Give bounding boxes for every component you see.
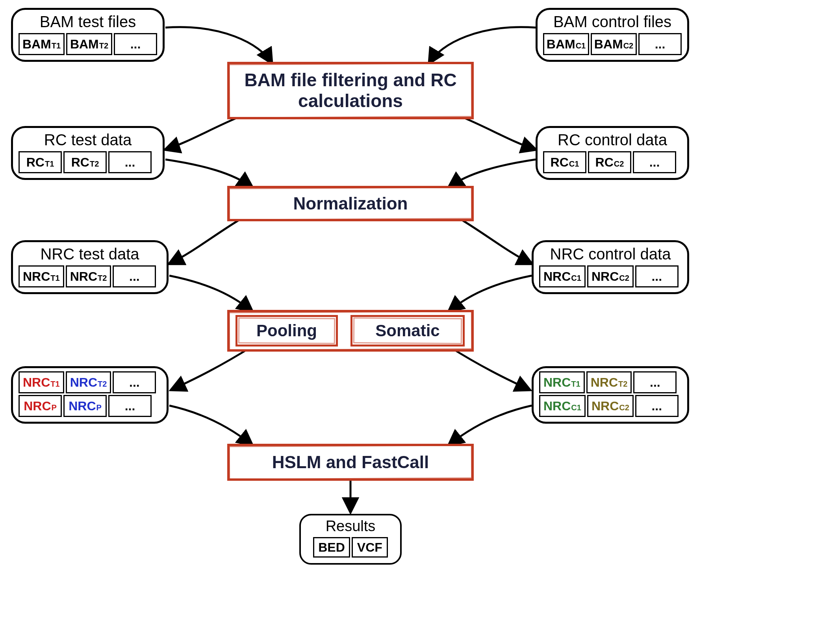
row: NRCC1NRCC2... (539, 395, 682, 417)
cells-bam-control: BAMC1BAMC2... (543, 33, 682, 55)
data-cell: NRCT1 (19, 371, 64, 393)
row: NRCT1NRCT2... (539, 371, 682, 393)
result-cell: VCF (352, 537, 388, 558)
cells-rc-test: RCT1RCT2... (19, 151, 157, 173)
row: NRCT1NRCT2... (19, 371, 161, 393)
node-pool-left: NRCT1NRCT2...NRCPNRCP... (11, 366, 169, 424)
node-bam-control: BAM control files BAMC1BAMC2... (536, 8, 689, 62)
process-normalization-label: Normalization (293, 194, 408, 213)
data-cell: NRCC2 (587, 265, 634, 287)
dots-cell: ... (113, 265, 156, 287)
dots-cell: ... (114, 33, 157, 55)
title-nrc-test: NRC test data (19, 245, 161, 263)
title-results: Results (308, 518, 393, 535)
process-normalization: Normalization (228, 187, 473, 220)
dots-cell: ... (638, 33, 682, 55)
data-cell: NRCC2 (587, 395, 634, 417)
data-cell: NRCT2 (586, 371, 632, 393)
node-nrc-control: NRC control data NRCC1NRCC2... (532, 240, 689, 294)
dots-cell: ... (635, 265, 679, 287)
data-cell: NRCT1 (539, 371, 585, 393)
process-somatic: Somatic (350, 315, 465, 346)
node-rc-test: RC test data RCT1RCT2... (11, 126, 165, 180)
dots-cell: ... (113, 371, 156, 393)
cells-nrc-test: NRCT1NRCT2... (19, 265, 161, 287)
title-bam-control: BAM control files (543, 13, 682, 31)
result-cell: BED (313, 537, 350, 558)
node-bam-test: BAM test files BAMT1BAMT2... (11, 8, 165, 62)
node-nrc-test: NRC test data NRCT1NRCT2... (11, 240, 169, 294)
data-cell: NRCC1 (539, 395, 586, 417)
data-cell: NRCT2 (66, 265, 111, 287)
data-cell: BAMT1 (19, 33, 65, 55)
node-pool-right: NRCT1NRCT2...NRCC1NRCC2... (532, 366, 689, 424)
data-cell: RCT1 (19, 151, 62, 173)
row: NRCPNRCP... (19, 395, 161, 417)
process-hslm: HSLM and FastCall (228, 445, 473, 480)
data-cell: NRCC1 (539, 265, 586, 287)
title-rc-test: RC test data (19, 131, 157, 149)
data-cell: BAMT2 (66, 33, 112, 55)
data-cell: RCC1 (543, 151, 586, 173)
data-cell: NRCP (63, 395, 107, 417)
dots-cell: ... (108, 395, 152, 417)
cells-nrc-control: NRCC1NRCC2... (539, 265, 682, 287)
dots-cell: ... (633, 151, 676, 173)
process-pooling: Pooling (235, 315, 338, 346)
cells-pool-left: NRCT1NRCT2...NRCPNRCP... (19, 371, 161, 417)
process-filtering: BAM file filtering and RC calculations (228, 63, 473, 118)
cells-rc-control: RCC1RCC2... (543, 151, 682, 173)
data-cell: NRCT1 (19, 265, 64, 287)
data-cell: BAMC2 (591, 33, 637, 55)
data-cell: NRCP (19, 395, 62, 417)
dots-cell: ... (108, 151, 152, 173)
title-nrc-control: NRC control data (539, 245, 682, 263)
data-cell: BAMC1 (543, 33, 589, 55)
node-results: Results BEDVCF (299, 514, 402, 565)
dots-cell: ... (633, 371, 677, 393)
dots-cell: ... (635, 395, 679, 417)
cells-bam-test: BAMT1BAMT2... (19, 33, 157, 55)
process-somatic-label: Somatic (375, 321, 439, 340)
cells-pool-right: NRCT1NRCT2...NRCC1NRCC2... (539, 371, 682, 417)
node-rc-control: RC control data RCC1RCC2... (536, 126, 689, 180)
process-filtering-label: BAM file filtering and RC calculations (238, 70, 463, 111)
cells-results: BEDVCF (308, 537, 393, 558)
title-bam-test: BAM test files (19, 13, 157, 31)
data-cell: NRCT2 (66, 371, 111, 393)
process-pooling-label: Pooling (256, 321, 317, 340)
data-cell: RCT2 (63, 151, 107, 173)
title-rc-control: RC control data (543, 131, 682, 149)
process-hslm-label: HSLM and FastCall (272, 452, 429, 472)
data-cell: RCC2 (588, 151, 631, 173)
